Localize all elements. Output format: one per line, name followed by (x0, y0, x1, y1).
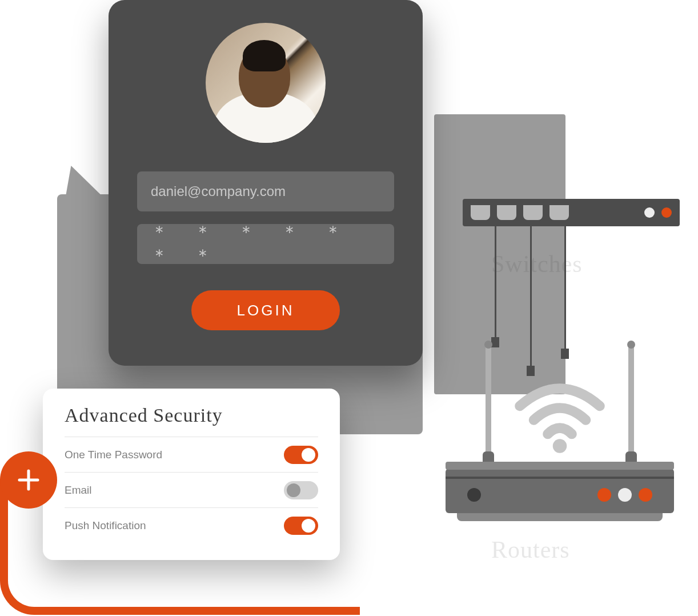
plus-icon (15, 466, 42, 494)
security-option-label: Push Notification (65, 519, 146, 532)
security-title: Advanced Security (65, 405, 318, 437)
cable-icon (564, 226, 566, 352)
cable-icon (495, 226, 496, 341)
status-led-icon (618, 488, 632, 502)
password-field[interactable]: ＊ ＊ ＊ ＊ ＊ ＊ ＊ (137, 224, 394, 264)
ethernet-port-icon (549, 205, 569, 220)
router-base (457, 513, 663, 521)
security-option-push: Push Notification (65, 507, 318, 543)
security-option-otp: One Time Password (65, 437, 318, 472)
switch-device (463, 199, 680, 226)
login-card: ＊ ＊ ＊ ＊ ＊ ＊ ＊ LOGIN (109, 0, 423, 366)
toggle-email[interactable] (284, 481, 318, 499)
status-led-icon (661, 207, 672, 218)
toggle-push[interactable] (284, 517, 318, 535)
antenna-icon (628, 343, 634, 469)
switch-label: Switches (491, 250, 583, 278)
status-led-icon (644, 207, 655, 218)
status-led-icon (639, 488, 652, 502)
email-field[interactable] (137, 171, 394, 211)
router-device (446, 469, 674, 513)
security-option-email: Email (65, 472, 318, 507)
login-button[interactable]: LOGIN (191, 290, 340, 330)
cable-icon (530, 226, 532, 369)
ethernet-port-icon (497, 205, 516, 220)
security-option-label: Email (65, 484, 92, 497)
security-card: Advanced Security One Time Password Emai… (43, 389, 340, 560)
antenna-icon (486, 343, 491, 469)
security-option-label: One Time Password (65, 449, 162, 461)
cable-plug-icon (527, 366, 535, 376)
ethernet-port-icon (471, 205, 490, 220)
toggle-otp[interactable] (284, 446, 318, 464)
status-led-icon (597, 488, 611, 502)
cable-plug-icon (491, 337, 499, 347)
add-button[interactable] (0, 451, 57, 509)
router-indicator-icon (467, 488, 481, 502)
cable-plug-icon (561, 349, 569, 359)
avatar (206, 23, 326, 143)
svg-point-0 (553, 439, 567, 453)
ethernet-port-icon (523, 205, 543, 220)
router-label: Routers (491, 536, 570, 563)
wifi-icon (508, 376, 611, 456)
